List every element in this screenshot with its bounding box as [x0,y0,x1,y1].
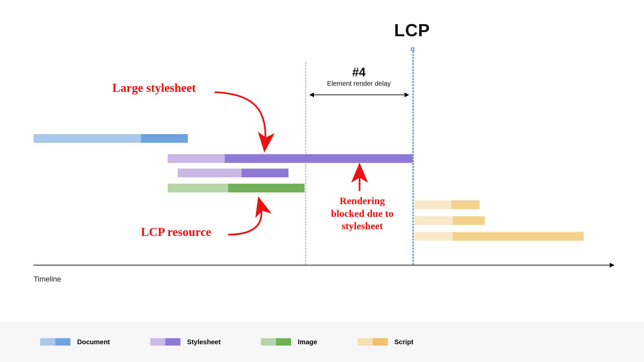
bar-stylesheet-large [168,154,413,163]
legend-swatch [40,338,70,346]
annotation-lcp-resource: LCP resource [141,225,211,240]
legend-label: Document [77,338,110,346]
legend-label: Image [298,338,317,346]
diagram-stage: LCP #4 Element render delay Timeline Lar… [0,0,644,362]
bar-script-1 [414,200,480,209]
bar-image-lcp [168,184,305,192]
annotation-large-stylesheet: Large stylesheet [112,80,196,96]
phase-number: #4 [305,65,413,79]
legend-swatch [358,338,388,346]
annotation-rendering-blocked: Rendering blocked due to stylesheet [322,194,402,232]
phase-label: Element render delay [305,80,413,87]
legend-label: Stylesheet [187,338,221,346]
bar-document [34,134,188,143]
legend-label: Script [394,338,414,346]
annotation-arrows [0,0,644,362]
legend-swatch [150,338,180,346]
phase-extent-arrow [310,95,409,95]
legend-item-image: Image [261,338,317,346]
legend: DocumentStylesheetImageScript [0,322,644,362]
legend-item-document: Document [40,338,110,346]
bar-script-2 [414,216,485,225]
render-delay-start-line [305,62,306,265]
timeline-axis-arrowhead [610,263,614,267]
lcp-line [413,51,414,265]
legend-item-stylesheet: Stylesheet [150,338,221,346]
lcp-title: LCP [394,20,430,40]
lcp-marker-handle [411,48,414,51]
legend-item-script: Script [358,338,414,346]
legend-swatch [261,338,291,346]
timeline-axis-label: Timeline [34,275,61,284]
bar-script-3 [414,232,584,241]
bar-stylesheet-small [178,169,288,177]
timeline-axis [34,265,610,265]
